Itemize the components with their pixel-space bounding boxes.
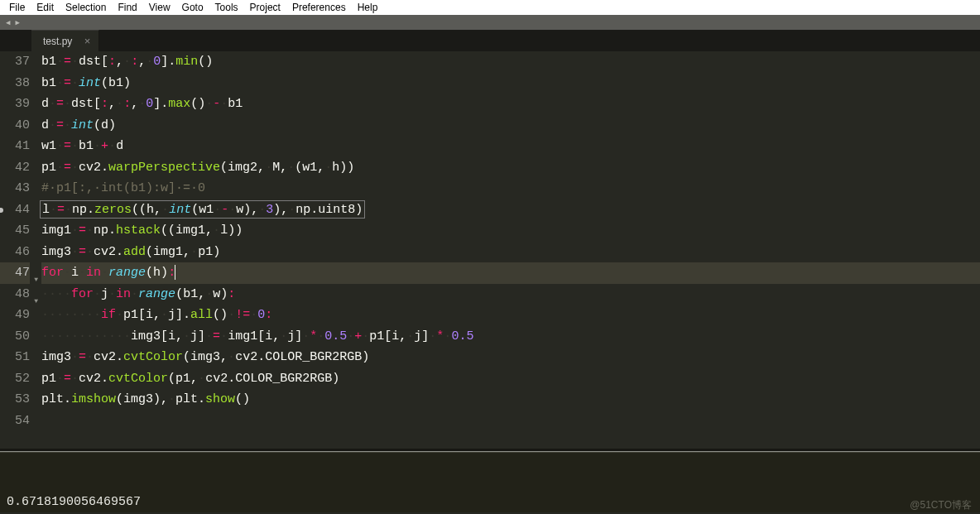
code-line[interactable]: plt.imshow(img3),·plt.show()	[41, 389, 980, 411]
text-cursor	[175, 265, 175, 280]
code-line[interactable]: img1·=·np.hstack((img1,·l))	[41, 220, 980, 242]
menu-item-selection[interactable]: Selection	[60, 2, 112, 13]
modified-dot-icon	[0, 208, 3, 213]
code-line[interactable]: w1·=·b1·+·d	[41, 136, 980, 157]
code-line[interactable]	[41, 411, 980, 432]
line-number: 45	[0, 220, 30, 242]
fold-icon[interactable]: ▼	[34, 291, 38, 312]
line-number: 46	[0, 242, 30, 263]
tab-test-py[interactable]: test.py ×	[31, 30, 99, 51]
code-line[interactable]: for·i·in·range(h):	[41, 262, 980, 284]
code-line[interactable]: d·=·int(d)	[41, 115, 980, 137]
tab-label: test.py	[43, 36, 72, 47]
code-line[interactable]: ····for·j·in·range(b1,·w):	[41, 284, 980, 305]
menu-item-find[interactable]: Find	[112, 2, 142, 13]
menu-item-help[interactable]: Help	[352, 2, 384, 13]
code-line[interactable]: img3·=·cv2.add(img1,·p1)	[41, 242, 980, 263]
line-number: 51	[0, 347, 30, 368]
line-number: 38	[0, 73, 30, 94]
menu-item-tools[interactable]: Tools	[209, 2, 244, 13]
code-line[interactable]: d·=·dst[:,·:,·0].max()·-·b1	[41, 94, 980, 115]
line-number: 39	[0, 94, 30, 115]
code-line[interactable]: p1·=·cv2.cvtColor(p1,·cv2.COLOR_BGR2RGB)	[41, 368, 980, 390]
line-number: 41	[0, 136, 30, 157]
title-bar: ◀ ▶	[0, 15, 980, 30]
menu-item-view[interactable]: View	[143, 2, 176, 13]
line-number: 50	[0, 326, 30, 348]
nav-forward-icon[interactable]: ▶	[14, 18, 20, 27]
line-number: 37	[0, 51, 30, 73]
code-line[interactable]: p1·=·cv2.warpPerspective(img2,·M,·(w1,·h…	[41, 157, 980, 179]
tab-bar: test.py ×	[0, 30, 980, 51]
line-number: 47▼	[0, 262, 30, 284]
menu-item-project[interactable]: Project	[244, 2, 286, 13]
code-line[interactable]: img3·=·cv2.cvtColor(img3,·cv2.COLOR_BGR2…	[41, 347, 980, 368]
code-line[interactable]: #·p1[:,·int(b1):w]·=·0	[41, 178, 980, 199]
output-console[interactable]: 0.6718190056469567 [Finished·in·30.6s]	[0, 452, 980, 512]
code-line[interactable]: b1·=·dst[:,·:,·0].min()	[41, 51, 980, 73]
line-number: 48▼	[0, 284, 30, 305]
watermark: @51CTO博客	[910, 498, 972, 512]
find-match-box: l·=·np.zeros((h,·int(w1·-·w),·3),·np.uin…	[40, 200, 365, 219]
code-line[interactable]: l·=·np.zeros((h,·int(w1·-·w),·3),·np.uin…	[41, 199, 980, 221]
line-number: 43	[0, 178, 30, 199]
code-line[interactable]: b1·=·int(b1)	[41, 73, 980, 94]
editor: 3738394041424344454647▼48▼495051525354 b…	[0, 51, 980, 449]
line-number: 53	[0, 389, 30, 411]
line-number: 54	[0, 411, 30, 432]
fold-icon[interactable]: ▼	[34, 269, 38, 291]
line-number: 52	[0, 368, 30, 390]
menu-item-file[interactable]: File	[3, 2, 31, 13]
line-number: 44	[0, 199, 30, 221]
close-icon[interactable]: ×	[84, 35, 91, 47]
menu-bar: FileEditSelectionFindViewGotoToolsProjec…	[0, 0, 980, 15]
nav-back-icon[interactable]: ◀	[5, 18, 11, 27]
line-number: 42	[0, 157, 30, 179]
code-area[interactable]: b1·=·dst[:,·:,·0].min()b1·=·int(b1)d·=·d…	[36, 51, 980, 449]
menu-item-goto[interactable]: Goto	[176, 2, 209, 13]
line-number: 40	[0, 115, 30, 137]
line-number: 49	[0, 305, 30, 326]
menu-item-edit[interactable]: Edit	[31, 2, 60, 13]
console-line: 0.6718190056469567	[7, 493, 973, 512]
code-line[interactable]: ············img3[i,·j]·=·img1[i,·j]·*·0.…	[41, 326, 980, 348]
code-line[interactable]: ········if·p1[i,·j].all()·!=·0:	[41, 305, 980, 326]
menu-item-preferences[interactable]: Preferences	[286, 2, 352, 13]
gutter: 3738394041424344454647▼48▼495051525354	[0, 51, 36, 449]
